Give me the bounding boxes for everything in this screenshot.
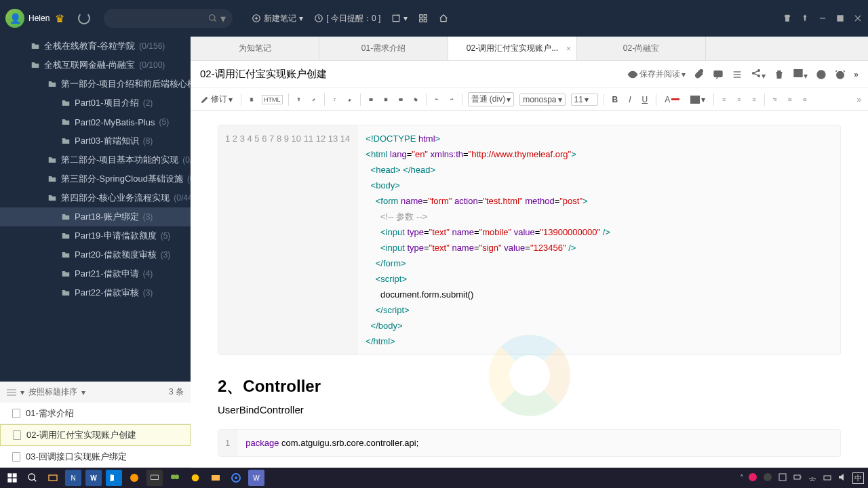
- eraser-icon[interactable]: [345, 95, 355, 104]
- align-right-icon[interactable]: [749, 95, 759, 104]
- text-color-button[interactable]: A: [662, 94, 682, 106]
- note-item[interactable]: 03-回调接口实现账户绑定: [0, 446, 191, 468]
- task-app-1[interactable]: N: [65, 470, 81, 486]
- font-select[interactable]: monospa ▾: [519, 94, 565, 106]
- chevron-down-icon[interactable]: ▾: [220, 12, 226, 25]
- refresh-icon[interactable]: [78, 12, 90, 24]
- tree-item[interactable]: Part21-借款申请(4): [0, 264, 191, 283]
- taskview-icon[interactable]: [45, 470, 61, 486]
- tree-item[interactable]: Part18-账户绑定(3): [0, 207, 191, 226]
- tree-item[interactable]: 第四部分-核心业务流程实现(0/44): [0, 188, 191, 207]
- tree-item[interactable]: Part03-前端知识(8): [0, 131, 191, 150]
- tree-item[interactable]: 全栈互联网金融-尚融宝(0/100): [0, 56, 191, 75]
- tab[interactable]: 为知笔记: [191, 37, 319, 60]
- columns-button[interactable]: ▾: [793, 68, 808, 81]
- tray-wifi-icon[interactable]: [808, 472, 818, 483]
- save-icon[interactable]: [247, 95, 256, 104]
- bold-button[interactable]: B: [610, 94, 621, 106]
- tab-close-icon[interactable]: ×: [566, 44, 571, 54]
- share-button[interactable]: ▾: [751, 68, 766, 81]
- task-app-9[interactable]: [228, 470, 244, 486]
- task-app-6[interactable]: [167, 470, 183, 486]
- comment-icon[interactable]: [713, 69, 724, 80]
- align-center-icon[interactable]: [734, 95, 744, 104]
- reminder-button[interactable]: [ 今日提醒：0 ]: [309, 10, 386, 27]
- task-app-10[interactable]: W: [248, 470, 264, 486]
- code-icon[interactable]: [366, 95, 376, 104]
- avatar[interactable]: 👤: [5, 9, 24, 28]
- list-icon[interactable]: [732, 69, 743, 80]
- tree-item[interactable]: 第三部分-SpringCloud基础设施(0/: [0, 169, 191, 188]
- note-item[interactable]: 01-需求介绍: [0, 403, 191, 424]
- undo-icon[interactable]: [432, 95, 441, 104]
- tree-item[interactable]: Part19-申请借款额度(5): [0, 226, 191, 245]
- copy-icon[interactable]: [411, 95, 420, 104]
- format-brush-icon[interactable]: [294, 95, 304, 104]
- italic-button[interactable]: I: [626, 94, 633, 106]
- tray-icon-3[interactable]: [778, 472, 789, 483]
- table-icon[interactable]: [396, 95, 406, 104]
- search-task-icon[interactable]: [24, 470, 41, 486]
- tray-volume-icon[interactable]: [837, 472, 848, 483]
- tree-item[interactable]: 第一部分-项目介绍和前后端核心框架: [0, 75, 191, 94]
- tab[interactable]: 01-需求介绍: [319, 37, 448, 60]
- format-select[interactable]: 普通 (div) ▾: [468, 92, 515, 106]
- task-app-3[interactable]: [106, 470, 122, 486]
- tree-item[interactable]: Part22-借款审核(3): [0, 283, 191, 302]
- tree-item[interactable]: Part02-MyBatis-Plus(5): [0, 113, 191, 131]
- tree-item[interactable]: 第二部分-项目基本功能的实现(0/37): [0, 150, 191, 169]
- tray-icon-2[interactable]: [763, 472, 774, 483]
- editor-body[interactable]: 1 2 3 4 5 6 7 8 9 10 11 12 13 14 <!DOCTY…: [191, 111, 868, 468]
- task-app-4[interactable]: [126, 470, 142, 486]
- indent-icon[interactable]: [800, 95, 810, 104]
- tree-item[interactable]: Part20-借款额度审核(3): [0, 245, 191, 264]
- tree-item[interactable]: 全栈在线教育-谷粒学院(0/156): [0, 37, 191, 56]
- tray-network-icon[interactable]: [823, 472, 833, 483]
- shirt-icon[interactable]: [783, 14, 792, 23]
- task-app-5[interactable]: [146, 470, 163, 486]
- size-select[interactable]: 11 ▾: [571, 94, 598, 106]
- search-input[interactable]: ▾: [104, 9, 233, 28]
- expand-button[interactable]: ▾: [386, 11, 413, 26]
- palette-icon[interactable]: [816, 69, 827, 80]
- revise-button[interactable]: 修订 ▾: [197, 92, 235, 106]
- highlighter-icon[interactable]: [309, 95, 319, 104]
- task-app-7[interactable]: [187, 470, 203, 486]
- maximize-icon[interactable]: [835, 14, 845, 23]
- minimize-icon[interactable]: [818, 14, 827, 23]
- code-block-1[interactable]: 1 2 3 4 5 6 7 8 9 10 11 12 13 14 <!DOCTY…: [218, 125, 841, 355]
- task-app-8[interactable]: [208, 470, 224, 486]
- tab[interactable]: 02-调用汇付宝实现账户...×: [448, 37, 577, 60]
- attach-icon[interactable]: [694, 69, 705, 80]
- tray-icon-1[interactable]: [748, 472, 759, 483]
- more-icon[interactable]: »: [854, 70, 859, 79]
- note-item[interactable]: 02-调用汇付宝实现账户创建: [0, 424, 191, 446]
- bg-color-button[interactable]: ▾: [688, 94, 708, 106]
- tray-battery-icon[interactable]: [793, 472, 804, 483]
- close-icon[interactable]: [853, 14, 863, 23]
- sort-bar[interactable]: ▾ 按照标题排序 ▾ 3 条: [0, 381, 191, 403]
- tab[interactable]: 02-尚融宝: [577, 37, 706, 60]
- username[interactable]: Helen: [28, 14, 50, 23]
- align-left-icon[interactable]: [719, 95, 729, 104]
- tray-chevron-icon[interactable]: ˄: [740, 474, 744, 483]
- pin-icon[interactable]: [800, 14, 810, 23]
- clear-format-icon[interactable]: [330, 95, 340, 104]
- apps-button[interactable]: [413, 11, 433, 26]
- html-button[interactable]: HTML: [262, 95, 283, 104]
- alarm-icon[interactable]: [835, 69, 846, 80]
- code-block-2[interactable]: 1 package com.atguigu.srb.core.controlle…: [218, 429, 841, 457]
- redo-icon[interactable]: [447, 95, 456, 104]
- doc-title[interactable]: 02-调用汇付宝实现账户创建: [200, 68, 327, 81]
- toolbar-more-icon[interactable]: »: [856, 95, 861, 104]
- underline-button[interactable]: U: [639, 94, 651, 106]
- unordered-list-icon[interactable]: [785, 95, 795, 104]
- checkbox-icon[interactable]: [381, 95, 391, 104]
- tree-item[interactable]: Part01-项目介绍(2): [0, 94, 191, 113]
- save-mode-button[interactable]: 保存并阅读 ▾: [627, 68, 686, 80]
- tray-ime[interactable]: 中: [852, 472, 864, 484]
- new-note-button[interactable]: 新建笔记▾: [246, 10, 309, 27]
- task-app-2[interactable]: W: [85, 470, 102, 486]
- ordered-list-icon[interactable]: 1: [770, 95, 780, 104]
- home-button[interactable]: [433, 11, 454, 26]
